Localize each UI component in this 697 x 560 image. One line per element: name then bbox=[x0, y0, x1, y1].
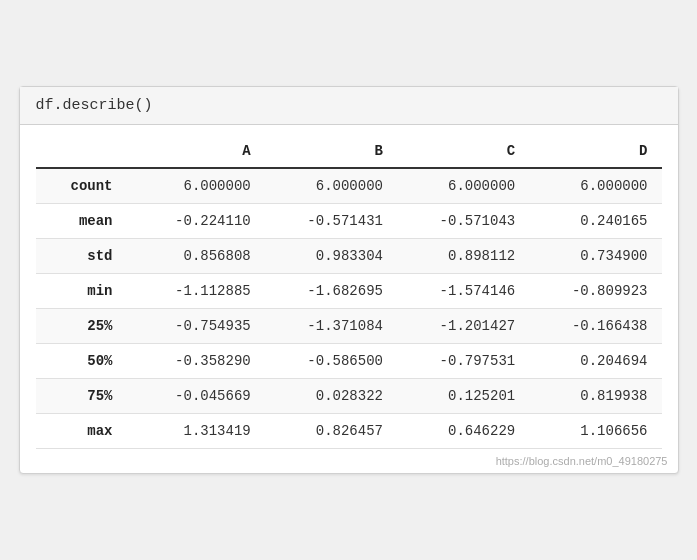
cell-d: 0.204694 bbox=[529, 344, 661, 379]
table-container: A B C D count6.0000006.0000006.0000006.0… bbox=[20, 125, 678, 473]
cell-c: -0.571043 bbox=[397, 204, 529, 239]
col-header-c: C bbox=[397, 135, 529, 168]
col-header-a: A bbox=[133, 135, 265, 168]
watermark: https://blog.csdn.net/m0_49180275 bbox=[496, 455, 668, 467]
row-label: 25% bbox=[36, 309, 133, 344]
cell-d: -0.166438 bbox=[529, 309, 661, 344]
table-row: mean-0.224110-0.571431-0.5710430.240165 bbox=[36, 204, 662, 239]
cell-d: 0.819938 bbox=[529, 379, 661, 414]
code-text: df.describe() bbox=[36, 97, 153, 114]
cell-d: -0.809923 bbox=[529, 274, 661, 309]
cell-c: 0.125201 bbox=[397, 379, 529, 414]
cell-b: 0.826457 bbox=[265, 414, 397, 449]
cell-a: 6.000000 bbox=[133, 168, 265, 204]
cell-d: 0.240165 bbox=[529, 204, 661, 239]
row-label: 75% bbox=[36, 379, 133, 414]
cell-b: -1.371084 bbox=[265, 309, 397, 344]
code-header: df.describe() bbox=[20, 87, 678, 125]
cell-b: -1.682695 bbox=[265, 274, 397, 309]
col-header-index bbox=[36, 135, 133, 168]
row-label: max bbox=[36, 414, 133, 449]
cell-a: -0.754935 bbox=[133, 309, 265, 344]
cell-c: 6.000000 bbox=[397, 168, 529, 204]
cell-b: -0.586500 bbox=[265, 344, 397, 379]
cell-c: -1.201427 bbox=[397, 309, 529, 344]
cell-d: 6.000000 bbox=[529, 168, 661, 204]
table-row: 25%-0.754935-1.371084-1.201427-0.166438 bbox=[36, 309, 662, 344]
cell-a: -0.045669 bbox=[133, 379, 265, 414]
cell-a: -1.112885 bbox=[133, 274, 265, 309]
cell-b: 0.028322 bbox=[265, 379, 397, 414]
col-header-d: D bbox=[529, 135, 661, 168]
main-card: df.describe() A B C D count6.0000006.000… bbox=[19, 86, 679, 474]
table-header-row: A B C D bbox=[36, 135, 662, 168]
table-row: max1.3134190.8264570.6462291.106656 bbox=[36, 414, 662, 449]
cell-b: 6.000000 bbox=[265, 168, 397, 204]
table-row: count6.0000006.0000006.0000006.000000 bbox=[36, 168, 662, 204]
cell-d: 1.106656 bbox=[529, 414, 661, 449]
row-label: 50% bbox=[36, 344, 133, 379]
row-label: std bbox=[36, 239, 133, 274]
cell-c: -0.797531 bbox=[397, 344, 529, 379]
cell-b: -0.571431 bbox=[265, 204, 397, 239]
cell-a: 1.313419 bbox=[133, 414, 265, 449]
table-row: std0.8568080.9833040.8981120.734900 bbox=[36, 239, 662, 274]
cell-c: -1.574146 bbox=[397, 274, 529, 309]
table-row: 50%-0.358290-0.586500-0.7975310.204694 bbox=[36, 344, 662, 379]
table-row: min-1.112885-1.682695-1.574146-0.809923 bbox=[36, 274, 662, 309]
cell-b: 0.983304 bbox=[265, 239, 397, 274]
cell-a: -0.224110 bbox=[133, 204, 265, 239]
describe-table: A B C D count6.0000006.0000006.0000006.0… bbox=[36, 135, 662, 449]
col-header-b: B bbox=[265, 135, 397, 168]
cell-c: 0.646229 bbox=[397, 414, 529, 449]
cell-d: 0.734900 bbox=[529, 239, 661, 274]
row-label: count bbox=[36, 168, 133, 204]
cell-c: 0.898112 bbox=[397, 239, 529, 274]
cell-a: 0.856808 bbox=[133, 239, 265, 274]
row-label: min bbox=[36, 274, 133, 309]
row-label: mean bbox=[36, 204, 133, 239]
cell-a: -0.358290 bbox=[133, 344, 265, 379]
table-row: 75%-0.0456690.0283220.1252010.819938 bbox=[36, 379, 662, 414]
